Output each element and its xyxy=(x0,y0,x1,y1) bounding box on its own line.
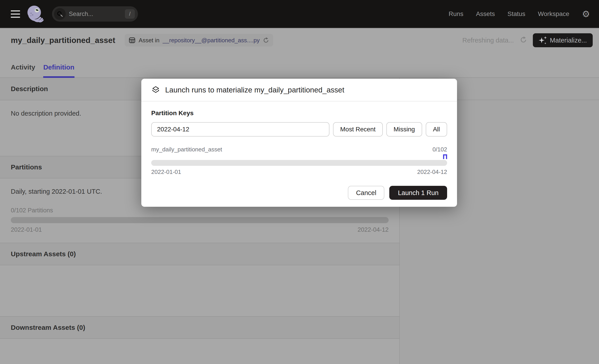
missing-button[interactable]: Missing xyxy=(386,122,422,137)
cancel-button[interactable]: Cancel xyxy=(348,186,384,200)
nav-link-status[interactable]: Status xyxy=(507,10,525,17)
dialog-range-end: 2022-04-12 xyxy=(417,168,447,175)
repo-grid-icon xyxy=(129,37,135,44)
dagster-logo-icon[interactable] xyxy=(26,5,44,23)
gear-icon[interactable]: ⚙ xyxy=(582,9,590,18)
partition-health-block: my_daily_partitioned_asset 0/102 2022-01… xyxy=(151,146,447,175)
partition-keys-input[interactable] xyxy=(151,122,329,137)
dialog-footer: Cancel Launch 1 Run xyxy=(151,186,447,200)
refresh-data-icon[interactable] xyxy=(520,36,527,44)
tab-activity[interactable]: Activity xyxy=(11,63,35,77)
partition-range-end: 2022-04-12 xyxy=(358,226,389,233)
partition-count: 0/102 Partitions xyxy=(11,207,389,214)
navbar-links: Runs Assets Status Workspace ⚙ xyxy=(449,9,590,18)
header-actions: Refreshing data... xyxy=(462,33,593,47)
dialog-header: Launch runs to materialize my_daily_part… xyxy=(141,79,457,102)
nav-link-workspace[interactable]: Workspace xyxy=(538,10,570,17)
tab-definition[interactable]: Definition xyxy=(43,63,74,77)
asset-location-chip: Asset in __repository__@partitioned_ass.… xyxy=(125,34,273,47)
reload-location-icon[interactable] xyxy=(263,37,269,43)
menu-icon[interactable] xyxy=(11,10,20,18)
asset-page-header: my_daily_partitioned_asset Asset in __re… xyxy=(0,28,599,53)
dialog-title: Launch runs to materialize my_daily_part… xyxy=(165,86,344,94)
asset-layers-icon xyxy=(152,86,160,94)
launch-run-button[interactable]: Launch 1 Run xyxy=(389,186,447,200)
partition-health-bar xyxy=(11,217,389,223)
search-icon xyxy=(54,8,66,20)
dialog-range-start: 2022-01-01 xyxy=(151,168,181,175)
dialog-asset-label: my_daily_partitioned_asset xyxy=(151,146,222,153)
section-header-upstream: Upstream Assets (0) xyxy=(0,243,399,265)
selection-tick-row xyxy=(151,154,447,159)
partition-keys-label: Partition Keys xyxy=(151,110,447,117)
sparkles-icon xyxy=(539,36,547,44)
page-title: my_daily_partitioned_asset xyxy=(11,36,115,45)
dagster-app: / Runs Assets Status Workspace ⚙ my_dail… xyxy=(0,0,599,364)
partition-keys-row: Most Recent Missing All xyxy=(151,122,447,137)
dialog-body: Partition Keys Most Recent Missing All m… xyxy=(141,102,457,200)
selected-partition-marker xyxy=(443,154,447,159)
dialog-partition-bar xyxy=(151,160,447,166)
asset-chip-prefix: Asset in xyxy=(139,37,159,44)
asset-tabs: Activity Definition xyxy=(0,53,599,78)
refreshing-status: Refreshing data... xyxy=(462,37,514,44)
nav-link-runs[interactable]: Runs xyxy=(449,10,463,17)
most-recent-button[interactable]: Most Recent xyxy=(333,122,383,137)
launch-runs-dialog: Launch runs to materialize my_daily_part… xyxy=(141,79,457,207)
repository-link[interactable]: __repository__@partitioned_ass....py xyxy=(163,37,260,44)
search-input[interactable] xyxy=(69,11,125,17)
section-header-downstream: Downstream Assets (0) xyxy=(0,316,399,339)
all-button[interactable]: All xyxy=(426,122,447,137)
materialize-button[interactable]: Materialize... xyxy=(533,33,593,47)
materialize-label: Materialize... xyxy=(550,37,587,44)
top-navbar: / Runs Assets Status Workspace ⚙ xyxy=(0,0,599,28)
search-shortcut-badge: / xyxy=(125,9,135,19)
upstream-body xyxy=(0,265,399,316)
dialog-partition-count: 0/102 xyxy=(432,146,447,153)
partition-range-start: 2022-01-01 xyxy=(11,226,42,233)
downstream-body xyxy=(0,339,399,348)
nav-link-assets[interactable]: Assets xyxy=(476,10,495,17)
search-bar: / xyxy=(52,6,138,22)
